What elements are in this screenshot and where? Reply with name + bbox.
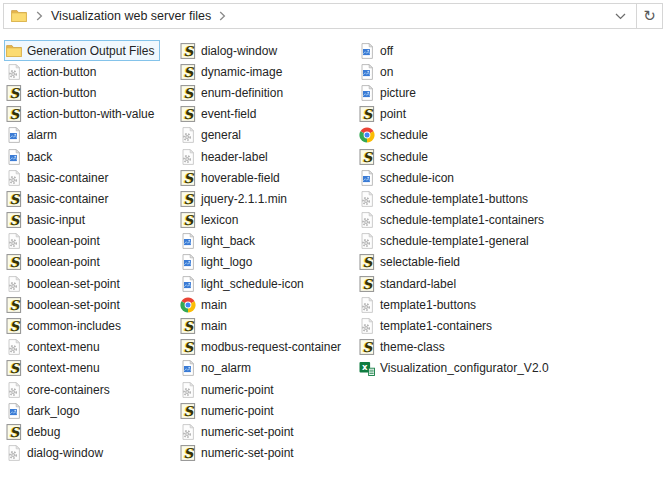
file-item[interactable]: lexicon: [178, 210, 244, 231]
file-item[interactable]: context-menu: [4, 358, 106, 379]
file-label: action-button: [27, 85, 96, 101]
file-label: no_alarm: [201, 360, 251, 376]
file-item[interactable]: modbus-request-container: [178, 337, 347, 358]
file-item[interactable]: standard-label: [357, 273, 462, 294]
file-item[interactable]: header-label: [178, 146, 274, 167]
file-item[interactable]: numeric-set-point: [178, 421, 300, 442]
gear-file-icon: [6, 64, 22, 80]
file-label: basic-container: [27, 191, 108, 207]
breadcrumb-segment[interactable]: Visualization web server files: [49, 9, 213, 23]
file-item[interactable]: boolean-point: [4, 252, 106, 273]
file-label: boolean-set-point: [27, 297, 120, 313]
file-label: picture: [380, 85, 416, 101]
file-item[interactable]: action-button: [4, 82, 102, 103]
file-label: selectable-field: [380, 254, 460, 270]
file-item[interactable]: schedule: [357, 125, 434, 146]
gear-file-icon: [180, 382, 196, 398]
file-item[interactable]: template1-containers: [357, 315, 498, 336]
file-item[interactable]: schedule-template1-containers: [357, 210, 550, 231]
file-label: dark_logo: [27, 403, 80, 419]
file-item[interactable]: main: [178, 315, 233, 336]
file-item[interactable]: light_back: [178, 231, 261, 252]
folder-icon[interactable]: [8, 8, 30, 24]
file-item[interactable]: boolean-set-point: [4, 294, 126, 315]
file-label: core-containers: [27, 382, 110, 398]
file-item[interactable]: numeric-set-point: [178, 443, 300, 464]
file-item[interactable]: Generation Output Files: [4, 40, 160, 61]
script-file-icon: [180, 339, 196, 355]
file-item[interactable]: action-button: [4, 61, 102, 82]
file-item[interactable]: Visualization_configurator_V2.0: [357, 358, 555, 379]
file-label: alarm: [27, 127, 57, 143]
file-item[interactable]: picture: [357, 82, 422, 103]
file-item[interactable]: off: [357, 40, 399, 61]
file-label: context-menu: [27, 360, 100, 376]
chevron-right-icon[interactable]: [213, 11, 232, 21]
file-label: hoverable-field: [201, 170, 280, 186]
file-item[interactable]: numeric-point: [178, 379, 280, 400]
chrome-html-icon: [180, 297, 196, 313]
file-item[interactable]: boolean-point: [4, 231, 106, 252]
script-file-icon: [180, 64, 196, 80]
script-file-icon: [359, 339, 375, 355]
file-item[interactable]: no_alarm: [178, 358, 257, 379]
folder-icon: [6, 43, 22, 59]
file-item[interactable]: light_logo: [178, 252, 258, 273]
file-item[interactable]: numeric-point: [178, 400, 280, 421]
file-item[interactable]: template1-buttons: [357, 294, 482, 315]
gear-file-icon: [180, 127, 196, 143]
file-label: general: [201, 127, 241, 143]
script-file-icon: [180, 170, 196, 186]
file-label: debug: [27, 424, 60, 440]
gear-file-icon: [6, 170, 22, 186]
file-item[interactable]: debug: [4, 421, 66, 442]
file-item[interactable]: light_schedule-icon: [178, 273, 310, 294]
file-list: Generation Output Files action-button ac…: [0, 40, 666, 478]
file-item[interactable]: context-menu: [4, 337, 106, 358]
address-bar[interactable]: Visualization web server files: [3, 3, 637, 29]
file-label: schedule-template1-containers: [380, 212, 544, 228]
file-item[interactable]: core-containers: [4, 379, 116, 400]
file-item[interactable]: jquery-2.1.1.min: [178, 188, 293, 209]
file-column-2: dialog-window dynamic-image enum-definit…: [178, 40, 347, 464]
script-file-icon: [359, 254, 375, 270]
gear-file-icon: [6, 339, 22, 355]
chevron-down-icon[interactable]: [608, 4, 632, 28]
script-file-icon: [180, 43, 196, 59]
file-item[interactable]: basic-input: [4, 210, 91, 231]
file-item[interactable]: alarm: [4, 125, 63, 146]
file-item[interactable]: point: [357, 104, 412, 125]
excel-workbook-icon: [359, 360, 375, 376]
file-item[interactable]: basic-container: [4, 167, 114, 188]
file-label: context-menu: [27, 339, 100, 355]
file-item[interactable]: theme-class: [357, 337, 451, 358]
file-label: common-includes: [27, 318, 121, 334]
file-item[interactable]: enum-definition: [178, 82, 289, 103]
file-item[interactable]: dynamic-image: [178, 61, 288, 82]
file-item[interactable]: dialog-window: [4, 443, 109, 464]
file-item[interactable]: schedule-icon: [357, 167, 460, 188]
file-item[interactable]: common-includes: [4, 315, 127, 336]
file-item[interactable]: main: [178, 294, 233, 315]
refresh-button[interactable]: ↻: [637, 3, 663, 29]
file-item[interactable]: schedule-template1-general: [357, 231, 535, 252]
script-file-icon: [6, 297, 22, 313]
file-item[interactable]: action-button-with-value: [4, 104, 160, 125]
file-item[interactable]: selectable-field: [357, 252, 466, 273]
file-item[interactable]: schedule-template1-buttons: [357, 188, 534, 209]
file-item[interactable]: schedule: [357, 146, 434, 167]
file-item[interactable]: basic-container: [4, 188, 114, 209]
image-file-icon: [359, 64, 375, 80]
file-item[interactable]: dark_logo: [4, 400, 86, 421]
file-item[interactable]: general: [178, 125, 247, 146]
file-item[interactable]: event-field: [178, 104, 262, 125]
file-item[interactable]: hoverable-field: [178, 167, 286, 188]
file-label: boolean-point: [27, 233, 100, 249]
file-item[interactable]: on: [357, 61, 399, 82]
file-item[interactable]: back: [4, 146, 58, 167]
file-item[interactable]: dialog-window: [178, 40, 283, 61]
file-label: light_logo: [201, 254, 252, 270]
file-item[interactable]: boolean-set-point: [4, 273, 126, 294]
file-label: action-button: [27, 64, 96, 80]
gear-file-icon: [6, 445, 22, 461]
